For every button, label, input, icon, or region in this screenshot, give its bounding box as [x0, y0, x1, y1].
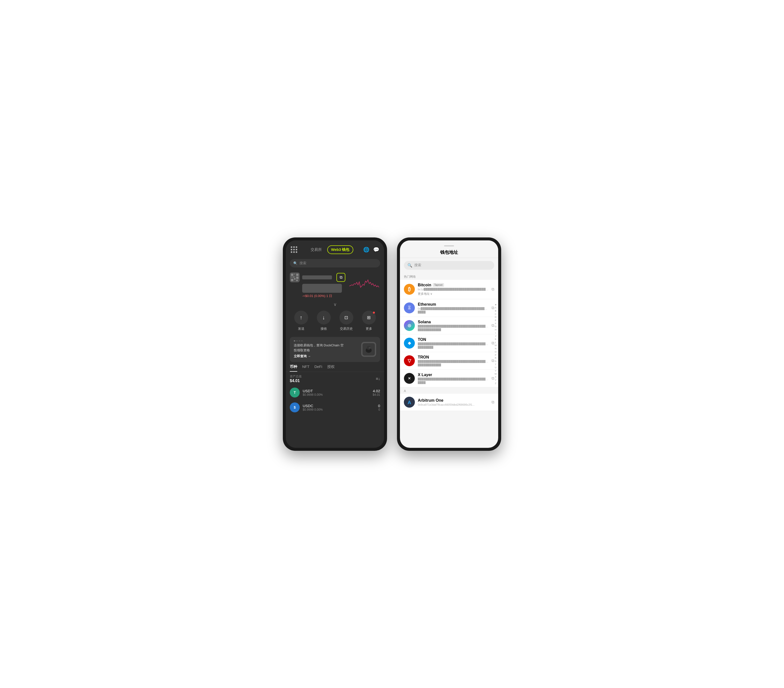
bitcoin-copy-icon[interactable]: ⧉	[491, 287, 494, 291]
price-chart	[349, 275, 379, 290]
alpha-l[interactable]: L	[495, 341, 497, 344]
alpha-p[interactable]: P	[495, 354, 497, 357]
svg-point-11	[369, 347, 371, 349]
alpha-j[interactable]: J	[495, 335, 497, 338]
svg-rect-3	[291, 277, 292, 277]
send-label: 发送	[298, 326, 305, 331]
receive-button[interactable]: ↓ 接收	[317, 311, 331, 331]
arbitrum-info: Arbitrum One 0x9ca971e3daf78cacc66059dbd…	[418, 398, 489, 406]
chevron-down-icon[interactable]: ∨	[286, 302, 384, 307]
assets-total-value: $4.01	[290, 379, 302, 383]
ethereum-item[interactable]: Ξ Ethereum 0x███████████████████████████…	[400, 299, 498, 317]
solana-info: Solana █████████████████████████████████…	[418, 320, 489, 331]
alpha-i[interactable]: I	[495, 331, 497, 334]
alpha-n[interactable]: N	[495, 347, 497, 350]
alpha-a[interactable]: A	[495, 306, 497, 309]
tab-exchange[interactable]: 交易所	[307, 246, 325, 253]
wallet-address-title: 钱包地址	[404, 249, 494, 255]
history-button[interactable]: ⊡ 交易历史	[339, 311, 353, 331]
svg-rect-7	[294, 278, 295, 280]
bitcoin-item[interactable]: ₿ Bitcoin Taproot bc1p██████████████████…	[400, 280, 498, 299]
tab-container: 交易所 Web3 钱包	[307, 245, 354, 254]
alpha-d[interactable]: D	[495, 316, 497, 319]
alpha-w[interactable]: W	[495, 372, 497, 375]
xlayer-copy-icon[interactable]: ⧉	[491, 376, 494, 380]
alpha-star[interactable]: ★	[495, 303, 497, 306]
solana-address-2: ████████████	[418, 328, 489, 331]
ton-copy-icon[interactable]: ⧉	[491, 341, 494, 346]
tron-item[interactable]: ▽ TRON █████████████████████████████████…	[400, 352, 498, 370]
tab-auth[interactable]: 授权	[327, 364, 335, 372]
ton-item[interactable]: ◆ TON ██████████████████████████████████…	[400, 334, 498, 352]
usdt-amounts: 4.02 $4.01	[373, 389, 380, 397]
promo-duck-image	[361, 342, 376, 357]
chat-icon[interactable]: 💬	[373, 247, 379, 253]
arbitrum-logo: A	[404, 397, 415, 408]
promo-content: 连接欧易钱包，查询 DuckChain 空 投领取资格 立即查询 →	[294, 341, 344, 359]
tab-coins[interactable]: 币种	[290, 364, 297, 372]
alpha-y[interactable]: Y	[495, 379, 497, 382]
asset-usdc[interactable]: $ USDC $0.9999 0.00% 0 0	[286, 400, 384, 415]
assets-total-label: 资产总值	[290, 374, 302, 379]
alpha-o[interactable]: O	[495, 350, 497, 353]
promo-link[interactable]: 立即查询 →	[294, 354, 344, 359]
xlayer-name: X Layer	[418, 373, 432, 377]
tron-copy-icon[interactable]: ⧉	[491, 359, 494, 363]
asset-usdt[interactable]: T USDT $0.9998 0.00% 4.02 $4.01	[286, 385, 384, 400]
xlayer-item[interactable]: ✕ X Layer ██████████████████████████████…	[400, 370, 498, 387]
bitcoin-address: bc1p████████████████████████████████████…	[418, 288, 489, 291]
alpha-u[interactable]: U	[495, 366, 497, 369]
more-address-row: 更多地址 ∨	[418, 292, 489, 296]
ethereum-logo: Ξ	[404, 303, 415, 313]
send-button[interactable]: ↑ 发送	[294, 311, 308, 331]
grid-menu-icon[interactable]	[291, 246, 297, 253]
more-address-button[interactable]: 更多地址 ∨	[418, 292, 489, 296]
ethereum-copy-icon[interactable]: ⧉	[491, 306, 494, 310]
usdc-logo: $	[290, 402, 300, 412]
solana-name-row: Solana	[418, 320, 489, 324]
tab-defi[interactable]: DeFi	[315, 364, 322, 372]
solana-copy-icon[interactable]: ⧉	[491, 323, 494, 328]
dot-3	[299, 341, 300, 341]
more-button[interactable]: ⊞ 更多	[362, 311, 376, 331]
alpha-r[interactable]: R	[495, 357, 497, 360]
alpha-c[interactable]: C	[495, 313, 497, 316]
solana-item[interactable]: ◎ Solana ███████████████████████████████…	[400, 317, 498, 334]
tab-nft[interactable]: NFT	[302, 364, 310, 372]
promo-banner[interactable]: 连接欧易钱包，查询 DuckChain 空 投领取资格 立即查询 →	[290, 337, 380, 362]
alpha-g[interactable]: G	[495, 325, 497, 328]
alpha-x[interactable]: X	[495, 375, 497, 379]
usdc-name: USDC	[303, 404, 375, 408]
alpha-k[interactable]: K	[495, 338, 497, 341]
arbitrum-name-row: Arbitrum One	[418, 398, 489, 403]
right-search-bar[interactable]: 🔍 搜索	[404, 261, 494, 270]
more-icon: ⊞	[362, 311, 376, 324]
alpha-e[interactable]: E	[495, 319, 497, 322]
sort-icon[interactable]: ≡↓	[376, 377, 380, 381]
copy-address-button[interactable]: ⧉	[336, 273, 345, 282]
arbitrum-item[interactable]: A Arbitrum One 0x9ca971e3daf78cacc66059d…	[400, 394, 498, 411]
tron-name: TRON	[418, 355, 429, 359]
history-icon: ⊡	[339, 311, 353, 324]
send-icon: ↑	[294, 311, 308, 324]
xlayer-info: X Layer ████████████████████████████████…	[418, 373, 489, 384]
xlayer-address: ████████████████████████████████████████…	[418, 378, 489, 380]
alpha-t[interactable]: T	[495, 363, 497, 366]
left-search-bar[interactable]: 🔍 搜索	[290, 259, 380, 267]
alpha-v[interactable]: V	[495, 369, 497, 372]
globe-icon[interactable]: 🌐	[363, 247, 369, 253]
arbitrum-copy-icon[interactable]: ⧉	[491, 400, 494, 405]
svg-text:A: A	[408, 400, 411, 405]
dot-2	[296, 341, 298, 341]
svg-rect-1	[294, 274, 295, 275]
alpha-z[interactable]: Z	[495, 382, 497, 385]
usdt-info: USDT $0.9998 0.00%	[303, 389, 370, 397]
alpha-b[interactable]: B	[495, 309, 497, 313]
alpha-m[interactable]: M	[495, 344, 497, 347]
wallet-info-section: ⧉ -<$0.01 (0.00%) 1 日	[286, 270, 384, 301]
alpha-s[interactable]: S	[495, 360, 497, 363]
alpha-h[interactable]: H	[495, 329, 497, 331]
tab-web3[interactable]: Web3 钱包	[327, 245, 354, 254]
usdt-logo: T	[290, 388, 300, 397]
alpha-f[interactable]: F	[495, 322, 497, 325]
